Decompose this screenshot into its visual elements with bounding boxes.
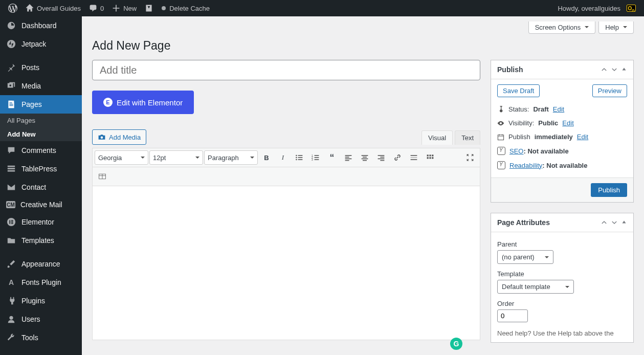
edit-visibility-link[interactable]: Edit	[562, 119, 573, 127]
yoast-link[interactable]	[141, 0, 157, 16]
svg-rect-10	[11, 221, 13, 223]
edit-elementor-button[interactable]: E Edit with Elementor	[92, 91, 194, 114]
sidebar-item-elementor[interactable]: Elementor	[0, 213, 82, 231]
sidebar-item-posts[interactable]: Posts	[0, 58, 82, 77]
chevron-down-icon	[141, 157, 145, 161]
pin-icon	[6, 62, 16, 73]
sidebar-item-jetpack[interactable]: Jetpack	[0, 35, 82, 53]
fullscreen-button[interactable]	[462, 150, 478, 165]
grammarly-icon[interactable]: G	[450, 338, 462, 350]
order-input[interactable]	[497, 309, 528, 322]
new-content-link[interactable]: New	[108, 0, 141, 16]
submenu-add-new[interactable]: Add New	[0, 127, 82, 141]
howdy-user[interactable]: Howdy, overallguides OG	[553, 0, 640, 16]
editor-textarea[interactable]	[93, 186, 480, 340]
sidebar-item-plugins[interactable]: Plugins	[0, 292, 82, 310]
sidebar-label: Media	[21, 82, 41, 90]
svg-rect-45	[432, 157, 433, 159]
seo-link[interactable]: SEO	[509, 147, 523, 155]
sidebar-item-templates[interactable]: Templates	[0, 231, 82, 250]
yoast-readability-icon	[497, 161, 505, 169]
help-tab[interactable]: Help	[598, 21, 634, 34]
publish-time-value: immediately	[535, 133, 573, 141]
readability-link[interactable]: Readability	[509, 162, 542, 169]
sidebar-label: Dashboard	[21, 21, 57, 30]
sidebar-label: Templates	[21, 236, 54, 245]
site-home-link[interactable]: Overall Guides	[21, 0, 85, 16]
sidebar-item-users[interactable]: Users	[0, 310, 82, 328]
dashboard-icon	[6, 20, 16, 31]
chevron-down-icon	[195, 157, 199, 161]
screen-options-tab[interactable]: Screen Options	[528, 21, 596, 34]
svg-rect-43	[427, 157, 429, 159]
text-tab[interactable]: Text	[455, 130, 480, 145]
visual-tab[interactable]: Visual	[421, 130, 453, 145]
new-label: New	[123, 5, 137, 12]
bullet-list-button[interactable]	[292, 150, 307, 165]
publish-button[interactable]: Publish	[591, 183, 627, 197]
svg-rect-26	[345, 157, 349, 158]
list-ul-icon	[295, 153, 303, 162]
align-center-icon	[361, 153, 369, 162]
greeting-text: Howdy, overallguides	[558, 5, 620, 12]
svg-rect-22	[315, 157, 319, 158]
font-family-select[interactable]: Georgia	[95, 150, 148, 165]
align-left-button[interactable]	[341, 150, 356, 165]
submenu-all-pages[interactable]: All Pages	[0, 114, 82, 127]
attributes-panel-title: Page Attributes	[497, 218, 550, 227]
cache-dot-icon	[161, 6, 166, 11]
insert-table-button[interactable]	[95, 169, 110, 184]
preview-button[interactable]: Preview	[592, 84, 627, 97]
caret-up-icon[interactable]	[621, 66, 627, 72]
wp-logo[interactable]	[4, 0, 21, 16]
numbered-list-button[interactable]: 123	[308, 150, 323, 165]
sidebar-item-appearance[interactable]: Appearance	[0, 255, 82, 273]
comment-icon	[89, 4, 97, 12]
sidebar-label: Contact	[21, 183, 46, 191]
title-input[interactable]	[92, 60, 480, 80]
toolbar-toggle-button[interactable]	[423, 150, 438, 165]
comments-link[interactable]: 0	[85, 0, 108, 16]
bold-button[interactable]: B	[259, 150, 274, 165]
blockquote-button[interactable]: “	[324, 150, 340, 165]
edit-publish-time-link[interactable]: Edit	[577, 133, 588, 141]
chevron-down-icon[interactable]	[611, 66, 618, 73]
sidebar-item-media[interactable]: Media	[0, 77, 82, 95]
sidebar-item-dashboard[interactable]: Dashboard	[0, 16, 82, 35]
sidebar-item-fonts[interactable]: A Fonts Plugin	[0, 273, 82, 292]
italic-button[interactable]: I	[275, 150, 291, 165]
paragraph-format-select[interactable]: Paragraph	[204, 150, 258, 165]
sidebar-item-creative-mail[interactable]: CM Creative Mail	[0, 196, 82, 213]
edit-status-link[interactable]: Edit	[553, 105, 564, 113]
svg-rect-34	[380, 157, 384, 158]
admin-sidebar: Dashboard Jetpack Posts Media Pages All …	[0, 16, 82, 355]
svg-rect-39	[411, 159, 417, 160]
template-select[interactable]: Default template	[497, 280, 574, 294]
template-label: Template	[497, 270, 627, 278]
svg-rect-30	[363, 157, 367, 158]
chevron-up-icon[interactable]	[601, 66, 608, 73]
align-right-button[interactable]	[373, 150, 389, 165]
status-label: Status:	[508, 105, 529, 113]
save-draft-button[interactable]: Save Draft	[497, 84, 540, 97]
align-center-button[interactable]	[357, 150, 372, 165]
read-more-button[interactable]	[406, 150, 421, 165]
add-media-button[interactable]: Add Media	[92, 129, 146, 145]
link-button[interactable]	[390, 150, 405, 165]
delete-cache-link[interactable]: Delete Cache	[157, 0, 214, 16]
jetpack-icon	[6, 39, 16, 49]
svg-rect-36	[380, 160, 384, 161]
sidebar-item-tools[interactable]: Tools	[0, 328, 82, 347]
caret-up-icon[interactable]	[621, 219, 627, 225]
sidebar-item-comments[interactable]: Comments	[0, 141, 82, 160]
chevron-down-icon[interactable]	[611, 219, 618, 226]
yoast-seo-icon	[497, 147, 505, 155]
font-size-select[interactable]: 12pt	[149, 150, 203, 165]
sidebar-item-tablepress[interactable]: TablePress	[0, 160, 82, 178]
parent-select[interactable]: (no parent)	[497, 250, 553, 264]
chevron-up-icon[interactable]	[601, 219, 608, 226]
svg-rect-14	[298, 155, 303, 156]
sidebar-label: Comments	[21, 146, 56, 154]
sidebar-item-contact[interactable]: Contact	[0, 178, 82, 196]
sidebar-item-pages[interactable]: Pages	[0, 95, 82, 114]
